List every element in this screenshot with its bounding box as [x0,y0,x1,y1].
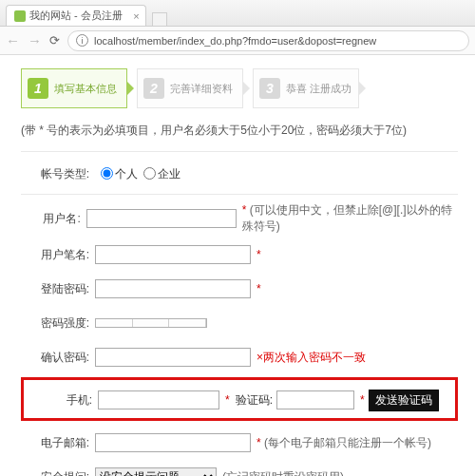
tab-title: 我的网站 - 会员注册 [29,9,123,23]
step-3-number-icon: 3 [259,78,280,99]
label-email: 电子邮箱: [21,435,95,451]
label-confirm-pwd: 确认密码: [21,350,95,366]
label-phone: 手机: [24,392,98,409]
label-account-type: 帐号类型: [21,166,95,182]
step-1-number-icon: 1 [28,78,48,99]
email-input[interactable] [95,433,251,452]
close-icon[interactable]: × [133,10,139,22]
back-icon[interactable]: ← [6,32,20,48]
browser-tab-strip: 我的网站 - 会员注册 × [0,0,475,27]
step-3-label: 恭喜 注册成功 [286,82,352,96]
username-note: * (可以使用中文，但禁止除[@][.]以外的特殊符号) [242,202,458,235]
step-1-label: 填写基本信息 [54,82,117,96]
step-1: 1 填写基本信息 [21,68,127,108]
radio-enterprise[interactable] [143,167,156,180]
info-icon[interactable]: i [76,34,88,47]
browser-tab[interactable]: 我的网站 - 会员注册 × [6,5,146,26]
radio-enterprise-label[interactable]: 企业 [138,166,180,182]
username-input[interactable] [86,209,237,228]
password-strength-meter [95,318,207,328]
label-password: 登陆密码: [21,281,95,297]
security-question-select[interactable]: 没安全提示问题 [95,467,217,476]
sms-code-input[interactable] [276,390,354,409]
phone-input[interactable] [98,390,219,409]
label-username: 用户名: [21,211,86,227]
reload-icon[interactable]: ⟳ [49,33,60,48]
step-2: 2 完善详细资料 [137,68,243,108]
send-sms-button[interactable]: 发送验证码 [369,390,439,411]
label-nickname: 用户笔名: [21,247,95,263]
label-sms-code: 验证码: [236,392,276,409]
step-2-number-icon: 2 [143,78,164,99]
new-tab-button[interactable] [152,12,167,26]
question-note: (忘记密码时重设密码用) [222,469,344,476]
nickname-input[interactable] [95,245,251,264]
password-input[interactable] [95,279,251,298]
address-bar: ← → ⟳ i localhost/member/index_do.php?fm… [0,27,475,55]
sms-star: * [360,393,365,407]
step-3: 3 恭喜 注册成功 [253,68,359,108]
forward-icon[interactable]: → [28,32,42,48]
radio-personal-label[interactable]: 个人 [95,166,138,182]
radio-personal[interactable] [101,167,113,180]
password-star: * [256,282,261,295]
nickname-star: * [256,248,261,261]
email-note: * (每个电子邮箱只能注册一个帐号) [256,435,431,451]
form-hint: (带 * 号的表示为必填项目，用户名必须大于5位小于20位，密码必须大于7位) [21,122,458,140]
phone-star: * [225,393,230,407]
url-input[interactable]: i localhost/member/index_do.php?fmdo=use… [67,30,469,51]
label-pwd-strength: 密码强度: [21,315,95,332]
confirm-password-input[interactable] [95,348,251,367]
progress-steps: 1 填写基本信息 2 完善详细资料 3 恭喜 注册成功 [21,68,458,108]
url-text: localhost/member/index_do.php?fmdo=user&… [94,35,376,47]
highlight-box: 手机: * 验证码: * 发送验证码 [21,377,458,421]
label-question: 安全提问: [21,469,95,476]
confirm-pwd-error: ×两次输入密码不一致 [256,350,366,366]
step-2-label: 完善详细资料 [170,82,233,96]
favicon-icon [14,10,26,22]
